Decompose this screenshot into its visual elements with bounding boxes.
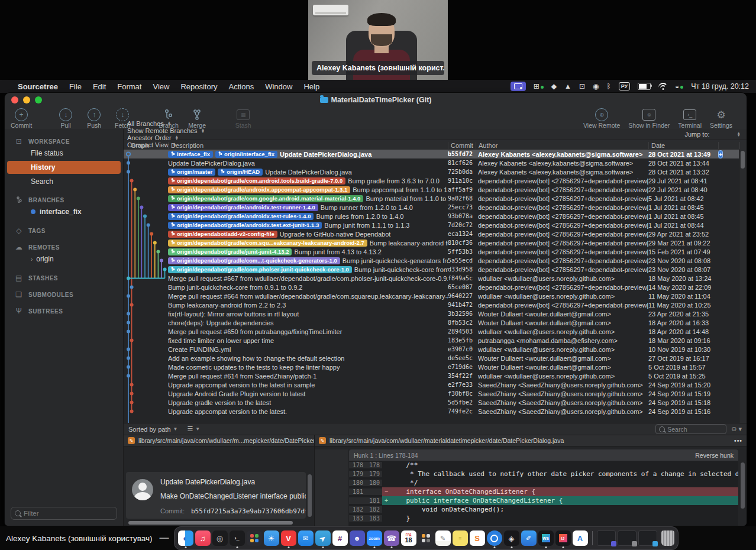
sidebar-item-origin[interactable]: ›origin <box>7 253 121 266</box>
commit-row[interactable]: origin/dependabot/gradle/com...t-quickch… <box>124 256 747 265</box>
dock-icon-finder[interactable]: ◐ <box>178 530 193 546</box>
user-switch-icon[interactable]: ◒ <box>675 80 683 93</box>
dock-icon-calculator[interactable] <box>418 530 434 546</box>
details-horizontal-scrollbar[interactable] <box>128 521 293 525</box>
commit-row[interactable]: origin/dependabot/gradle/androidx.test-r… <box>124 212 747 221</box>
jump-to-stepper[interactable]: ▲▼ <box>737 132 741 137</box>
menu-sourcetree[interactable]: Sourcetree <box>18 82 58 91</box>
commit-button[interactable]: +Commit <box>11 108 32 129</box>
play-status-icon[interactable]: ◉ <box>593 80 599 93</box>
commit-row[interactable]: origin/dependabot/gradle/com.android.too… <box>124 176 747 185</box>
dock-icon-weather[interactable]: ☀ <box>264 530 279 546</box>
table-scrollbar[interactable] <box>739 150 747 424</box>
dock-icon-pin[interactable] <box>487 530 502 546</box>
sidebar-section-submodules[interactable]: ❏SUBMODULES <box>5 290 123 299</box>
commit-row[interactable]: origin/masterorigin/HEADUpdate DatePicke… <box>124 167 747 176</box>
dock-icon-pencil[interactable]: ✐ <box>521 530 537 546</box>
dock-icon-notes[interactable]: ✎ <box>435 530 451 546</box>
dock-icon-music[interactable]: ♫ <box>195 530 211 546</box>
shield-icon[interactable]: ◆ <box>551 80 557 93</box>
dock-icon-teams[interactable]: ☻ <box>350 530 365 546</box>
diff-options-menu[interactable]: ••• <box>734 437 742 444</box>
commit-row[interactable]: Update DatePickerDialog.java81cf626Alexe… <box>124 158 747 167</box>
menu-help[interactable]: Help <box>303 82 319 91</box>
diff-file-header[interactable]: ✎ library/src/main/java/com/wdullaer/mat… <box>315 435 747 447</box>
commit-row[interactable]: Made cosmetic updates to the tests to ke… <box>124 363 747 371</box>
commit-row[interactable]: Upgrade appcompat version to the latest.… <box>124 407 747 416</box>
minimized-window-thumbnail[interactable] <box>618 530 637 546</box>
dock-icon-viber[interactable]: ☎ <box>384 530 399 546</box>
commit-row[interactable]: Upgrade appcompat version to the latest … <box>124 380 747 389</box>
diff-search-input[interactable]: Search <box>655 424 726 434</box>
filter-ancestor-order[interactable]: Ancestor Order▲▼ <box>127 134 205 141</box>
menu-window[interactable]: Window <box>265 82 292 91</box>
changed-file-row[interactable]: ✎ library/src/main/java/com/wdullaer/m..… <box>124 435 314 447</box>
commit-row[interactable]: Merge pull request #664 from wdullaer/de… <box>124 292 747 300</box>
pull-button[interactable]: ↓Pull <box>56 108 76 129</box>
dock-icon-mail[interactable]: ✉ <box>298 530 314 546</box>
minimized-window-thumbnail[interactable] <box>597 530 616 546</box>
commit-row[interactable]: interface_fixorigin/interface_fixUpdate … <box>124 150 747 158</box>
menu-clock[interactable]: Чт 18 груд. 20:12 <box>691 82 749 90</box>
commit-row[interactable]: Merge pull request #650 from putrabangga… <box>124 327 747 336</box>
commit-row[interactable]: origin/dependabot/add-v2-config-fileUpgr… <box>124 229 747 238</box>
sidebar-filter-input[interactable]: Filter <box>11 507 117 520</box>
commit-row[interactable]: origin/dependabot/gradle/com.pholser-jun… <box>124 265 747 274</box>
commit-row[interactable]: fixed time limiter on lower upper time18… <box>124 336 747 345</box>
reverse-hunk-button[interactable]: Reverse hunk <box>695 452 734 459</box>
commit-row[interactable]: chore(deps): Upgrade dependencies8fb53c2… <box>124 318 747 327</box>
commit-row[interactable]: Merge pull request #667 from wdullaer/de… <box>124 274 747 283</box>
commit-row[interactable]: fix(rtl-layout): Mirror arrow buttons in… <box>124 309 747 318</box>
commit-row[interactable]: Create FUNDING.ymle3907c0wdullaer <wdull… <box>124 345 747 354</box>
commit-row[interactable]: Add an example showing how to change the… <box>124 354 747 363</box>
parent-hash-link[interactable]: 81cf626cec <box>191 517 230 519</box>
list-view-menu[interactable]: ☰ <box>187 425 193 433</box>
dock-icon-launchpad[interactable] <box>247 530 262 546</box>
dock-icon-cube[interactable]: ◈ <box>504 530 519 546</box>
show-in-finder-button[interactable]: ☺Show in Finder <box>628 108 670 129</box>
filter-all-branches[interactable]: All Branches▲▼ <box>127 120 205 127</box>
screen-sharing-icon[interactable] <box>511 82 526 91</box>
add-tag-button[interactable]: + <box>718 150 723 158</box>
commit-row[interactable]: origin/dependabot/gradle/androidx.appcom… <box>124 185 747 194</box>
sidebar-section-stashes[interactable]: ▤STASHES <box>5 274 123 282</box>
dock-icon-webstorm[interactable]: WS <box>538 530 554 546</box>
display-icon[interactable]: ⊡ <box>579 80 585 93</box>
terminal-button[interactable]: ›_Terminal <box>678 108 702 129</box>
keyboard-layout-indicator[interactable]: РУ <box>619 82 630 90</box>
sidebar-section-workspace[interactable]: ⊡WORKSPACE <box>5 137 123 145</box>
commit-row[interactable]: origin/dependabot/gradle/com.squ...eakca… <box>124 238 747 247</box>
title-bar[interactable]: MaterialDateTimePicker (Git) <box>5 93 747 107</box>
sidebar-section-remotes[interactable]: ☁REMOTES <box>5 243 123 251</box>
filter-show-remote-branches[interactable]: Show Remote Branches▲▼ <box>127 127 205 134</box>
menu-actions[interactable]: Actions <box>229 82 254 91</box>
details-vertical-scrollbar[interactable] <box>308 474 312 517</box>
commit-row[interactable]: origin/dependabot/gradle/junit-junit-4.1… <box>124 247 747 256</box>
settings-button[interactable]: ⚙Settings <box>710 108 732 129</box>
commit-row[interactable]: Bump junit-quickcheck-core from 0.9.1 to… <box>124 283 747 292</box>
dock-icon-slack[interactable]: # <box>332 530 348 546</box>
sidebar-section-branches[interactable]: BRANCHES <box>5 196 123 204</box>
sort-by-path-dropdown[interactable]: Sorted by path <box>128 426 171 433</box>
bluetooth-icon[interactable]: ᛒ <box>606 80 610 93</box>
dock-icon-zoom[interactable]: zoom <box>367 530 382 546</box>
menu-file[interactable]: File <box>69 82 82 91</box>
password-manager-icon[interactable]: ⊞ <box>534 80 544 93</box>
dock-icon-intellij[interactable]: IJ <box>555 530 571 546</box>
wifi-icon[interactable] <box>658 83 667 90</box>
sidebar-section-tags[interactable]: ◇TAGS <box>5 227 123 235</box>
push-button[interactable]: ↑Push <box>84 108 104 129</box>
sidebar-item-search[interactable]: Search <box>7 175 121 188</box>
commit-row[interactable]: Upgrade Android Gradle Plugin version to… <box>124 389 747 398</box>
dock-icon-telegram[interactable]: ➤ <box>315 530 331 546</box>
minimized-window-thumbnail[interactable] <box>638 530 657 546</box>
trash-icon[interactable] <box>661 530 674 546</box>
dock-icon-vivaldi[interactable]: V <box>281 530 296 546</box>
view-remote-button[interactable]: ⊕View Remote <box>583 108 620 129</box>
commit-row[interactable]: Bump leakcanary-android from 2.2 to 2.39… <box>124 300 747 309</box>
commit-row[interactable]: origin/dependabot/gradle/androidx.test.e… <box>124 221 747 229</box>
menu-view[interactable]: View <box>153 82 169 91</box>
sidebar-item-interface_fix[interactable]: interface_fix <box>7 205 121 218</box>
dock-icon-sublime[interactable]: S <box>470 530 485 546</box>
commit-row[interactable]: origin/dependabot/gradle/androidx.test-r… <box>124 203 747 212</box>
